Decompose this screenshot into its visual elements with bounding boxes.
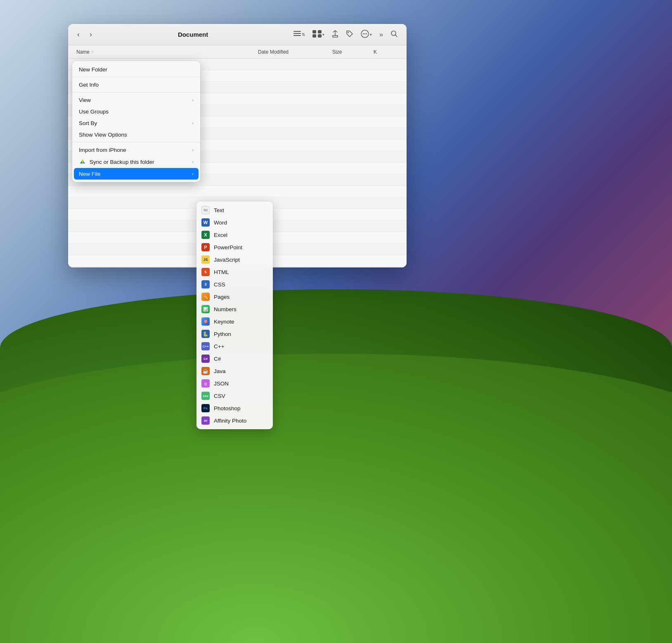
submenu-item-powerpoint[interactable]: P PowerPoint xyxy=(196,241,273,253)
submenu-arrow-sync: › xyxy=(192,159,194,164)
submenu-item-pages[interactable]: ✏️ Pages xyxy=(196,291,273,303)
menu-item-use-groups[interactable]: Use Groups xyxy=(72,106,200,117)
csv-icon: csv xyxy=(201,392,210,400)
svg-rect-1 xyxy=(293,33,301,34)
menu-item-sort-by[interactable]: Sort By › xyxy=(72,117,200,129)
css-icon: 3 xyxy=(201,280,210,288)
grid-chevron-icon: ▾ xyxy=(322,33,324,37)
forward-icon: › xyxy=(90,30,92,38)
more-icon xyxy=(361,30,369,40)
search-icon xyxy=(390,30,398,39)
sort-arrows-icon: ⇅ xyxy=(302,32,305,37)
context-menu: New Folder Get Info View › Use Groups So… xyxy=(72,61,200,182)
menu-divider-2 xyxy=(72,92,200,92)
menu-item-new-folder[interactable]: New Folder xyxy=(72,64,200,75)
submenu-item-json[interactable]: {} JSON xyxy=(196,377,273,390)
menu-divider-3 xyxy=(72,142,200,142)
tag-icon xyxy=(346,30,353,39)
submenu-item-affinity-photo[interactable]: Af Affinity Photo xyxy=(196,414,273,427)
svg-rect-2 xyxy=(293,35,301,36)
excel-icon: X xyxy=(201,231,210,239)
menu-item-get-info[interactable]: Get Info xyxy=(72,79,200,90)
svg-rect-5 xyxy=(312,34,316,38)
json-icon: {} xyxy=(201,379,210,388)
csharp-icon: C# xyxy=(201,355,210,363)
submenu-item-numbers[interactable]: 📊 Numbers xyxy=(196,303,273,315)
submenu-arrow-view: › xyxy=(192,97,194,102)
numbers-icon: 📊 xyxy=(201,305,210,313)
column-kind[interactable]: K xyxy=(374,49,398,55)
menu-item-new-file[interactable]: New File › xyxy=(74,168,199,180)
submenu-item-keynote[interactable]: 🎯 Keynote xyxy=(196,315,273,328)
svg-rect-3 xyxy=(312,30,316,33)
toolbar: ⇅ ▾ xyxy=(291,28,400,42)
google-drive-icon xyxy=(79,158,86,165)
submenu-item-python[interactable]: 🐍 Python xyxy=(196,328,273,340)
sort-indicator: ↑ xyxy=(91,50,93,54)
fast-forward-icon: » xyxy=(379,31,383,38)
list-view-icon xyxy=(293,31,301,39)
powerpoint-icon: P xyxy=(201,243,210,251)
more-chevron-icon: ▾ xyxy=(370,33,372,37)
tag-button[interactable] xyxy=(344,28,355,41)
submenu-item-javascript[interactable]: JS JavaScript xyxy=(196,253,273,266)
java-icon: ☕ xyxy=(201,367,210,375)
back-icon: ‹ xyxy=(77,30,80,38)
svg-point-10 xyxy=(364,33,366,34)
column-headers: Name ↑ Date Modified Size K xyxy=(68,45,407,59)
submenu-item-word[interactable]: W Word xyxy=(196,216,273,229)
submenu-item-excel[interactable]: X Excel xyxy=(196,229,273,241)
menu-item-show-view-options[interactable]: Show View Options xyxy=(72,129,200,140)
more-button[interactable]: ▾ xyxy=(359,28,374,42)
svg-point-7 xyxy=(348,32,349,33)
list-view-button[interactable]: ⇅ xyxy=(291,28,307,41)
submenu-item-csharp[interactable]: C# C# xyxy=(196,352,273,365)
submenu-item-text[interactable]: txt Text xyxy=(196,204,273,216)
search-button[interactable] xyxy=(388,28,400,41)
svg-rect-6 xyxy=(318,34,322,38)
word-icon: W xyxy=(201,218,210,227)
finder-titlebar: ‹ › Document ⇅ xyxy=(68,24,407,45)
svg-rect-4 xyxy=(318,30,322,33)
html-icon: 5 xyxy=(201,268,210,276)
grid-view-button[interactable]: ▾ xyxy=(310,28,327,41)
table-row xyxy=(68,186,407,197)
share-icon xyxy=(332,30,338,39)
column-date-modified[interactable]: Date Modified xyxy=(258,49,332,55)
pages-icon: ✏️ xyxy=(201,293,210,301)
javascript-icon: JS xyxy=(201,255,210,264)
python-icon: 🐍 xyxy=(201,330,210,338)
menu-item-sync-backup[interactable]: Sync or Backup this folder › xyxy=(72,156,200,168)
submenu-arrow-import: › xyxy=(192,147,194,152)
back-button[interactable]: ‹ xyxy=(75,28,82,40)
cpp-icon: C++ xyxy=(201,342,210,350)
submenu-item-csv[interactable]: csv CSV xyxy=(196,390,273,402)
grid-icon xyxy=(312,30,322,39)
svg-line-13 xyxy=(395,35,398,37)
bg-green-hill-2 xyxy=(0,354,672,643)
photoshop-icon: Ps xyxy=(201,404,210,412)
submenu-item-css[interactable]: 3 CSS xyxy=(196,278,273,291)
keynote-icon: 🎯 xyxy=(201,317,210,326)
new-file-submenu: txt Text W Word X Excel P PowerPoint JS … xyxy=(196,201,273,429)
menu-item-view[interactable]: View › xyxy=(72,94,200,106)
window-title: Document xyxy=(99,31,286,38)
submenu-arrow-sort: › xyxy=(192,121,194,125)
submenu-item-cpp[interactable]: C++ C++ xyxy=(196,340,273,352)
share-button[interactable] xyxy=(330,28,341,41)
submenu-item-photoshop[interactable]: Ps Photoshop xyxy=(196,402,273,414)
menu-divider-1 xyxy=(72,77,200,77)
submenu-arrow-new-file: › xyxy=(192,171,194,176)
column-name[interactable]: Name ↑ xyxy=(76,49,258,55)
submenu-item-html[interactable]: 5 HTML xyxy=(196,266,273,278)
affinity-photo-icon: Af xyxy=(201,416,210,425)
menu-item-import-iphone[interactable]: Import from iPhone › xyxy=(72,144,200,156)
text-file-icon: txt xyxy=(201,206,210,214)
svg-rect-0 xyxy=(293,31,301,32)
submenu-item-java[interactable]: ☕ Java xyxy=(196,365,273,377)
svg-point-9 xyxy=(363,33,364,34)
svg-point-11 xyxy=(366,33,367,34)
column-size[interactable]: Size xyxy=(332,49,374,55)
fast-forward-button[interactable]: » xyxy=(377,29,385,40)
forward-button[interactable]: › xyxy=(87,28,95,40)
